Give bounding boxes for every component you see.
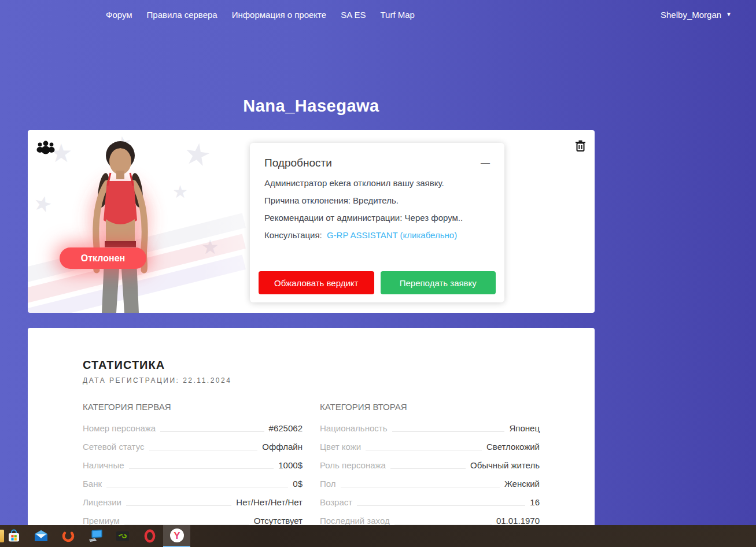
stat-row-role: Роль персонажаОбычный житель bbox=[320, 456, 540, 474]
details-panel: Подробности — Администратор ekera отклон… bbox=[250, 143, 504, 302]
stat-row-bank: Банк0$ bbox=[83, 474, 303, 493]
username: Shelby_Morgan bbox=[661, 10, 721, 20]
nav-link-forum[interactable]: Форум bbox=[106, 10, 132, 20]
stat-row-online-status: Сетевой статусОффлайн bbox=[83, 437, 303, 456]
mail-icon[interactable] bbox=[27, 525, 54, 547]
statistics-title: СТАТИСТИКА bbox=[83, 358, 540, 372]
assistant-link[interactable]: G-RP ASSISTANT (кликабельно) bbox=[327, 230, 457, 240]
category-first: КАТЕГОРИЯ ПЕРВАЯ Номер персонажа#625062 … bbox=[83, 402, 303, 530]
computer-icon[interactable] bbox=[82, 525, 109, 547]
category-first-title: КАТЕГОРИЯ ПЕРВАЯ bbox=[83, 402, 303, 412]
taskbar: Y bbox=[0, 525, 756, 547]
page-title: Nana_Hasegawa bbox=[28, 97, 595, 116]
trash-icon[interactable] bbox=[575, 140, 586, 154]
details-line-consultation: Консультация: G-RP ASSISTANT (кликабельн… bbox=[264, 230, 490, 240]
details-line-reason: Причина отклонения: Вредитель. bbox=[264, 195, 490, 205]
details-title: Подробности bbox=[264, 157, 332, 169]
microsoft-store-icon[interactable] bbox=[0, 525, 27, 547]
opera-icon[interactable] bbox=[136, 525, 163, 547]
stat-row-licenses: ЛицензииНет/Нет/Нет/Нет bbox=[83, 493, 303, 511]
stat-row-cash: Наличные1000$ bbox=[83, 456, 303, 474]
category-second-title: КАТЕГОРИЯ ВТОРАЯ bbox=[320, 402, 540, 412]
group-icon bbox=[36, 139, 56, 157]
nav-link-server-rules[interactable]: Правила сервера bbox=[147, 10, 217, 20]
user-menu[interactable]: Shelby_Morgan ▼ bbox=[661, 10, 732, 20]
stat-row-age: Возраст16 bbox=[320, 493, 540, 511]
stat-row-character-number: Номер персонажа#625062 bbox=[83, 419, 303, 437]
stat-row-nationality: НациональностьЯпонец bbox=[320, 419, 540, 437]
appeal-verdict-button[interactable]: Обжаловать вердикт bbox=[259, 271, 374, 294]
application-card: ★ ★ ★ ★ ★ ★ ★ ★ ★ ★ bbox=[28, 130, 595, 313]
svg-text:Y: Y bbox=[174, 530, 180, 541]
chevron-down-icon: ▼ bbox=[726, 12, 732, 17]
resubmit-application-button[interactable]: Переподать заявку bbox=[381, 271, 496, 294]
stat-row-skin-color: Цвет кожиСветлокожий bbox=[320, 437, 540, 456]
nav-link-turf-map[interactable]: Turf Map bbox=[380, 10, 414, 20]
yandex-browser-icon[interactable]: Y bbox=[163, 525, 190, 547]
nav-links: Форум Правила сервера Информация о проек… bbox=[106, 10, 415, 20]
top-nav: Форум Правила сервера Информация о проек… bbox=[0, 0, 756, 29]
nvidia-icon[interactable] bbox=[109, 525, 136, 547]
status-badge: Отклонен bbox=[60, 247, 146, 269]
stat-row-gender: ПолЖенский bbox=[320, 474, 540, 493]
nav-link-project-info[interactable]: Информация о проекте bbox=[232, 10, 326, 20]
consultation-label: Консультация: bbox=[264, 230, 322, 240]
registration-date: ДАТА РЕГИСТРАЦИИ: 22.11.2024 bbox=[83, 376, 540, 385]
character-image bbox=[72, 132, 168, 313]
details-line-recommendation: Рекомендации от администрации: Через фор… bbox=[264, 213, 490, 223]
details-line-admin: Администратор ekera отклонил вашу заявку… bbox=[264, 178, 490, 188]
statistics-card: СТАТИСТИКА ДАТА РЕГИСТРАЦИИ: 22.11.2024 … bbox=[28, 328, 595, 547]
nav-link-sa-es[interactable]: SA ES bbox=[341, 10, 366, 20]
origin-icon[interactable] bbox=[54, 525, 82, 547]
folder-icon[interactable] bbox=[0, 530, 4, 542]
minimize-icon[interactable]: — bbox=[481, 158, 490, 168]
category-second: КАТЕГОРИЯ ВТОРАЯ НациональностьЯпонец Цв… bbox=[320, 402, 540, 530]
